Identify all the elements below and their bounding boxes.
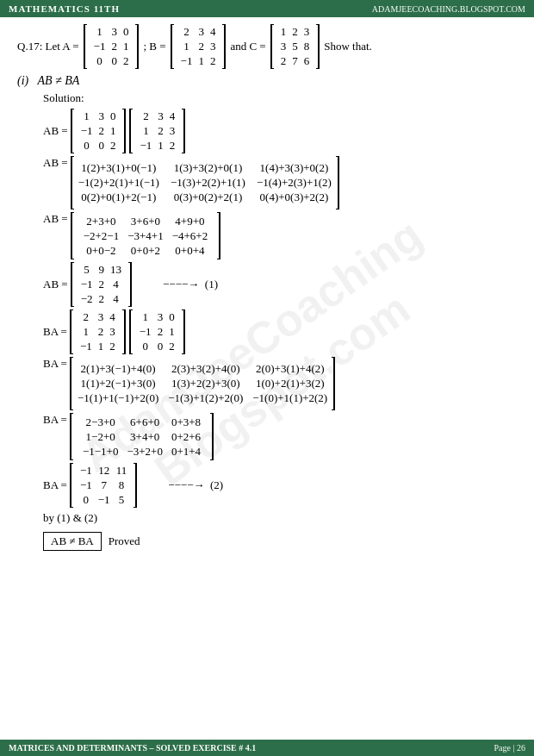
ab-sums-mat: 2+3+0 3+6+0 4+9+0 −2+2−1 −3+4+1 −4+6+2 0…	[71, 212, 221, 259]
matrix-C: 123 358 276	[270, 24, 320, 69]
proved-text: Proved	[109, 534, 140, 548]
part-i-label: (i) AB ≠ BA	[17, 74, 517, 88]
ba-result-mat: −11211 −178 0−15	[70, 463, 137, 508]
footer-page: Page | 26	[494, 743, 525, 753]
ab-setup: AB = 130 −121 002 234 123 −112	[43, 109, 517, 153]
ab-label: AB =	[43, 124, 68, 138]
ba-sums: BA = 2−3+0 6+6+0 0+3+8 1−2+0 3+4+0 0+2+6	[43, 413, 517, 460]
ba-setup: BA = 234 123 −112 130 −121 002	[43, 309, 517, 354]
ba-label3: BA =	[43, 413, 67, 427]
ba-mat2: 130 −121 002	[129, 309, 185, 354]
header-url: adamjeecoaching.blogspot.com	[372, 4, 525, 14]
by-line: by (1) & (2)	[43, 511, 517, 525]
ab-expanded: AB = 1(2)+3(1)+0(−1) 1(3)+3(2)+0(1) 1(4)…	[43, 156, 517, 209]
ba-sums-mat: 2−3+0 6+6+0 0+3+8 1−2+0 3+4+0 0+2+6 −1−1…	[70, 413, 214, 460]
ba-label2: BA =	[43, 357, 67, 371]
question-line: Q.17: Let A = 130 −121 002 ; B = 234 123…	[17, 24, 517, 69]
step-arrow-2: −−−−→ (2)	[157, 478, 223, 492]
ab-sums: AB = 2+3+0 3+6+0 4+9+0 −2+2−1 −3+4+1 −4+…	[43, 212, 517, 259]
ab-mat2: 234 123 −112	[129, 109, 185, 153]
ba-label4: BA =	[43, 478, 67, 492]
matrix-B: 234 123 −112	[171, 24, 227, 69]
ab-label3: AB =	[43, 212, 68, 226]
ab-label4: AB =	[43, 278, 68, 291]
ab-mat1: 130 −121 002	[71, 109, 127, 153]
ba-expand-mat: 2(1)+3(−1)+4(0) 2(3)+3(2)+4(0) 2(0)+3(1)…	[70, 357, 335, 410]
header-title: Mathematics 11th	[9, 3, 120, 14]
show-text: Show that.	[324, 40, 372, 53]
page-header: Mathematics 11th adamjeecoaching.blogspo…	[0, 0, 534, 17]
ab-result-mat: 5913 −124 −224	[71, 262, 132, 307]
ab-expand-mat: 1(2)+3(1)+0(−1) 1(3)+3(2)+0(1) 1(4)+3(3)…	[71, 156, 339, 209]
main-content: Q.17: Let A = 130 −121 002 ; B = 234 123…	[0, 17, 534, 585]
ba-mat1: 234 123 −112	[70, 309, 126, 354]
ba-result: BA = −11211 −178 0−15 −−−−→ (2)	[43, 463, 517, 508]
footer-subject: Matrices and Determinants – Solved Exerc…	[9, 743, 256, 753]
matrix-A: 130 −121 002	[84, 24, 140, 69]
solution-label: Solution:	[43, 91, 517, 105]
ba-label: BA =	[43, 325, 67, 339]
and-text: and C =	[230, 40, 265, 53]
ab-label2: AB =	[43, 156, 68, 170]
page-footer: Matrices and Determinants – Solved Exerc…	[0, 740, 534, 756]
semicolon: ; B =	[143, 40, 165, 53]
step-arrow-1: −−−−→ (1)	[152, 278, 218, 291]
proved-line: AB ≠ BA Proved	[43, 532, 140, 551]
ba-expanded: BA = 2(1)+3(−1)+4(0) 2(3)+3(2)+4(0) 2(0)…	[43, 357, 517, 410]
part-label: (i) AB ≠ BA	[17, 74, 79, 87]
question-number: Q.17: Let A =	[17, 40, 79, 53]
ab-result: AB = 5913 −124 −224 −−−−→ (1)	[43, 262, 517, 307]
proved-statement: AB ≠ BA	[43, 532, 102, 551]
